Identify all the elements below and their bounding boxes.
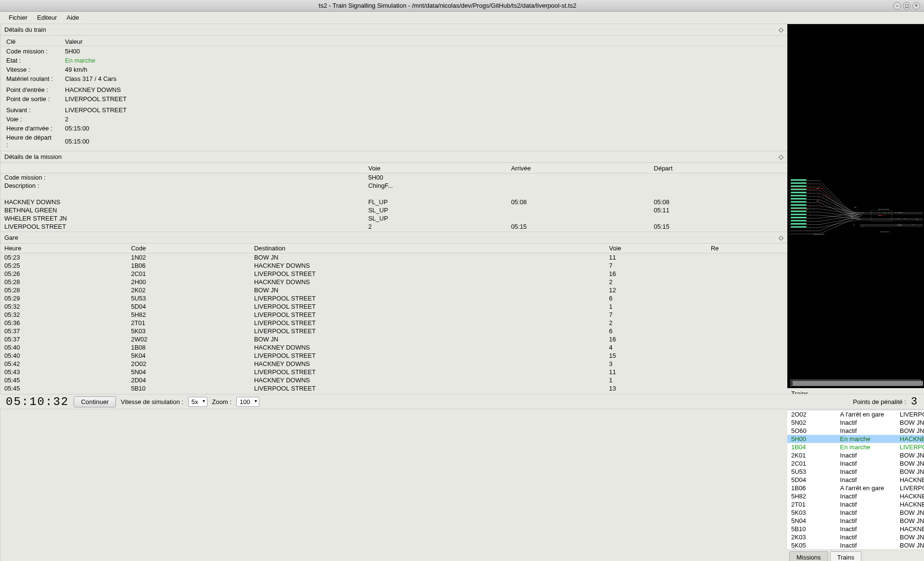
zoom-select[interactable]: 100 [236, 397, 259, 407]
station-row[interactable]: 05:401B08HACKNEY DOWNS4 [0, 343, 787, 352]
station-row[interactable]: 05:262C01LIVERPOOL STREET16 [0, 270, 787, 278]
train-row[interactable]: 2O02A l'arrêt en gareLIVERPOOL ST...HACK… [787, 410, 924, 419]
svg-line-71 [820, 212, 860, 218]
svg-text:17: 17 [789, 230, 791, 231]
train-row[interactable]: 2K03InactifBOW JNLIVERPOOL ST...BOW JNEL… [787, 533, 924, 541]
menu-file[interactable]: Fichier [4, 13, 32, 23]
station-row[interactable]: 05:455B10LIVERPOOL STREET13 [0, 384, 787, 392]
mission-stop-row[interactable]: HACKNEY DOWNSFL_UP05:0805:08 [0, 198, 787, 206]
train-details-panel: Détails du train◇ CléValeur Code mission… [0, 24, 787, 151]
train-row[interactable]: 2T01InactifHACKNEY DO...LIVERPOOL ST...H… [787, 500, 924, 509]
svg-text:2: 2 [789, 183, 790, 184]
train-row[interactable]: 1B06A l'arrêt en gareLIVERPOOL ST...HACK… [787, 484, 924, 492]
svg-point-123 [900, 225, 900, 225]
svg-text:1B04: 1B04 [854, 207, 857, 208]
train-row[interactable]: 5N04InactifBOW JNLIVERPOOL ST...BOW JNML… [787, 517, 924, 525]
sim-speed-select[interactable]: 5x [188, 397, 207, 407]
mission-details-panel: Détails de la mission◇ VoieArrivéeDépart… [0, 151, 787, 232]
svg-text:3: 3 [789, 186, 790, 187]
mission-stop-row[interactable]: LIVERPOOL STREET205:1505:15 [0, 222, 787, 231]
train-row[interactable]: 5K05InactifBOW JNLIVERPOOL ST...BOW JNFL… [787, 541, 924, 549]
train-row[interactable]: 5B10InactifHACKNEY DO...LIVERPOOL ST...H… [787, 525, 924, 533]
svg-point-124 [885, 212, 886, 213]
close-button[interactable]: × [912, 2, 920, 10]
train-detail-row: Voie :2 [1, 115, 786, 123]
svg-point-120 [883, 212, 884, 212]
svg-line-78 [824, 194, 831, 198]
station-row[interactable]: 05:452D04HACKNEY DOWNS1 [0, 376, 787, 384]
svg-point-97 [809, 183, 810, 184]
station-row[interactable]: 05:375K03LIVERPOOL STREET6 [0, 327, 787, 335]
undock-icon[interactable]: ◇ [779, 153, 783, 160]
sim-clock: 05:10:32 [6, 395, 69, 408]
station-row[interactable]: 05:325D04LIVERPOOL STREET1 [0, 302, 787, 311]
train-detail-row [1, 104, 786, 105]
station-row[interactable]: 05:295U53LIVERPOOL STREET6 [0, 294, 787, 302]
svg-rect-35 [791, 214, 807, 215]
svg-text:10: 10 [789, 209, 791, 209]
svg-line-67 [820, 206, 857, 212]
station-row[interactable]: 05:422O02HACKNEY DOWNS3 [0, 360, 787, 368]
station-row[interactable]: 05:282K02BOW JN12 [0, 286, 787, 294]
svg-point-112 [809, 230, 810, 231]
sim-speed-label: Vitesse de simulation : [121, 398, 183, 405]
svg-point-98 [809, 186, 810, 187]
track-diagram[interactable]: 123456789101112131415161718 LIVERPOOL S [787, 24, 924, 388]
svg-point-104 [809, 205, 810, 206]
train-row[interactable]: 5H00En marcheHACKNEY DO...LIVERPOOL ST..… [787, 435, 924, 443]
svg-rect-32 [791, 210, 807, 212]
svg-text:18: 18 [789, 234, 791, 235]
svg-point-96 [809, 180, 810, 181]
train-row[interactable]: 2C01InactifBOW JNLIVERPOOL ST...BOW JNEL… [787, 459, 924, 468]
train-row[interactable]: 5H82InactifHACKNEY DO...LIVERPOOL ST...H… [787, 492, 924, 500]
tab-trains[interactable]: Trains [830, 551, 862, 561]
svg-point-102 [809, 199, 810, 199]
svg-rect-29 [791, 208, 807, 209]
maximize-button[interactable]: ◻ [903, 2, 911, 10]
train-row[interactable]: 5D04InactifHACKNEY DO...LIVERPOOL ST...H… [787, 476, 924, 484]
mission-stop-row[interactable]: WHELER STREET JNSL_UP [0, 214, 787, 222]
mission-stop-row[interactable]: BETHNAL GREENSL_UP05:11 [0, 206, 787, 214]
svg-rect-47 [791, 226, 807, 228]
station-row[interactable]: 05:372W02BOW JN16 [0, 335, 787, 343]
menu-edit[interactable]: Editeur [32, 13, 62, 23]
undock-icon[interactable]: ◇ [779, 234, 783, 241]
svg-rect-14 [791, 192, 807, 193]
svg-point-106 [809, 211, 810, 212]
svg-point-101 [809, 196, 810, 196]
train-row[interactable]: 5U53InactifBOW JNLIVERPOOL ST...BOW JNML… [787, 468, 924, 476]
continue-button[interactable]: Continuer [74, 396, 116, 407]
train-detail-row: Vitesse :49 km/h [1, 65, 786, 74]
train-row[interactable]: 5K03InactifBOW JNLIVERPOOL ST...BOW JNML… [787, 509, 924, 517]
svg-rect-44 [791, 223, 807, 224]
train-row[interactable]: 5N02InactifBOW JNLIVERPOOL ST...BOW JNML… [787, 418, 924, 427]
minimize-button[interactable]: – [893, 2, 901, 10]
station-row[interactable]: 05:231N02BOW JN11 [0, 253, 787, 262]
svg-text:13: 13 [789, 218, 791, 219]
svg-rect-11 [791, 189, 807, 190]
menu-help[interactable]: Aide [62, 13, 84, 23]
svg-point-117 [905, 218, 905, 219]
train-row[interactable]: 2K01InactifBOW JNLIVERPOOL ST...BOW JNML… [787, 451, 924, 459]
svg-line-64 [820, 196, 855, 215]
station-title: Gare [4, 234, 18, 241]
col-value: Valeur [60, 38, 786, 46]
mission-details-title: Détails de la mission [4, 153, 62, 160]
train-row[interactable]: 5O60InactifBOW JNLIVERPOOL ST...BOW JNML… [787, 427, 924, 435]
undock-icon[interactable]: ◇ [779, 26, 783, 33]
svg-rect-58 [871, 210, 892, 221]
station-row[interactable]: 05:362T01LIVERPOOL STREET2 [0, 319, 787, 327]
station-row[interactable]: 05:435N04LIVERPOOL STREET11 [0, 368, 787, 376]
tab-missions[interactable]: Missions [789, 551, 828, 561]
svg-point-130 [819, 204, 819, 204]
svg-point-107 [809, 215, 810, 215]
station-row[interactable]: 05:325H82LIVERPOOL STREET7 [0, 311, 787, 319]
zoom-label: Zoom : [212, 398, 231, 405]
train-row[interactable]: 1B04En marcheLIVERPOOL ST...HACKNEY DO..… [787, 443, 924, 451]
train-detail-row: Point de sortie :LIVERPOOL STREET [1, 95, 786, 103]
horizontal-scrollbar[interactable] [790, 379, 921, 386]
svg-point-111 [809, 227, 810, 228]
station-row[interactable]: 05:251B06HACKNEY DOWNS7 [0, 261, 787, 270]
station-row[interactable]: 05:405K04LIVERPOOL STREET15 [0, 352, 787, 360]
station-row[interactable]: 05:282H00HACKNEY DOWNS2 [0, 278, 787, 286]
